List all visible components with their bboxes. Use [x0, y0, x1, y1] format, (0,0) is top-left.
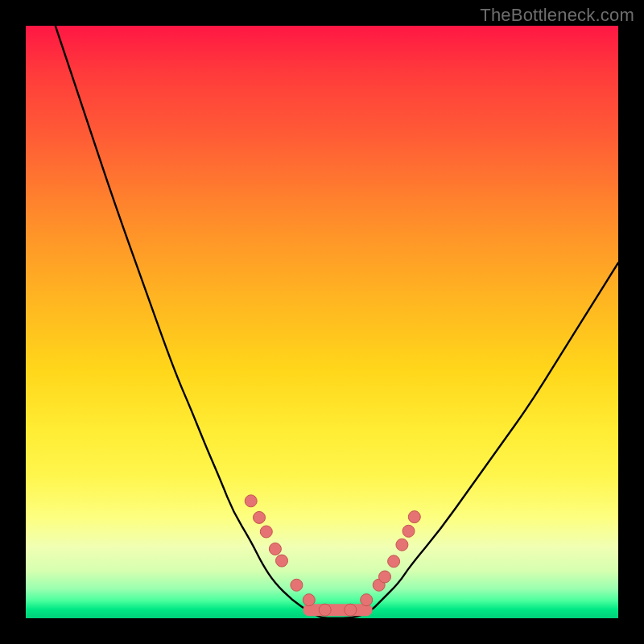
highlight-marker [260, 526, 272, 538]
highlight-marker [345, 604, 357, 616]
highlight-marker [402, 525, 415, 537]
highlight-marker [361, 594, 373, 606]
highlight-marker [388, 555, 400, 568]
highlight-marker [319, 604, 331, 616]
highlight-marker [408, 511, 420, 523]
marker-group [245, 495, 420, 616]
highlight-marker [303, 594, 315, 606]
highlight-marker [269, 543, 281, 555]
watermark-text: TheBottleneck.com [480, 5, 634, 26]
highlight-marker [396, 539, 408, 551]
highlight-marker [276, 555, 288, 567]
curve-svg [26, 26, 618, 618]
plot-area [26, 26, 618, 618]
chart-frame: TheBottleneck.com [0, 0, 644, 644]
highlight-marker [291, 579, 303, 591]
bottleneck-curve [56, 26, 618, 618]
highlight-marker [245, 495, 257, 507]
highlight-marker [254, 511, 266, 523]
highlight-marker [379, 571, 391, 583]
